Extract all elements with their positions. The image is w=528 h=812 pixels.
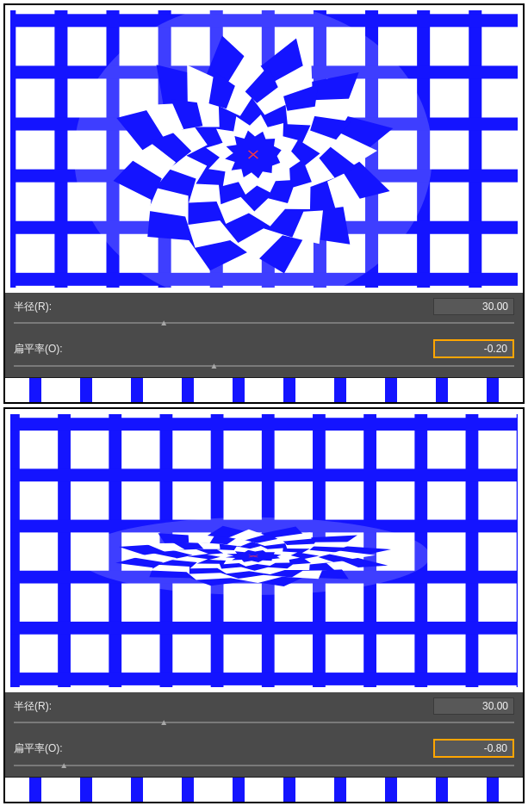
preview-canvas (10, 414, 518, 687)
effect-panel-0: 半径(R):▲扁平率(O):▲ (3, 3, 525, 404)
svg-rect-38 (10, 673, 518, 685)
radius-label: 半径(R): (14, 300, 74, 314)
svg-rect-32 (517, 414, 518, 687)
radius-slider-thumb[interactable]: ▲ (159, 718, 168, 727)
svg-rect-22 (10, 414, 20, 687)
svg-rect-2 (54, 10, 67, 288)
svg-rect-37 (10, 622, 518, 635)
oblate-slider[interactable]: ▲ (14, 362, 514, 370)
oblate-label: 扁平率(O): (14, 342, 74, 356)
svg-rect-23 (58, 414, 71, 687)
oblate-input[interactable] (433, 339, 514, 358)
oblate-slider[interactable]: ▲ (14, 761, 514, 770)
controls: 半径(R):▲扁平率(O):▲ (5, 293, 523, 377)
grid-strip (5, 777, 523, 802)
svg-rect-33 (10, 418, 518, 431)
controls: 半径(R):▲扁平率(O):▲ (5, 692, 523, 777)
radius-input[interactable] (433, 697, 514, 715)
effect-panel-1: 半径(R):▲扁平率(O):▲ (3, 407, 525, 803)
radius-input[interactable] (433, 298, 514, 315)
oblate-input[interactable] (433, 739, 514, 758)
svg-rect-34 (10, 468, 518, 481)
oblate-slider-thumb[interactable]: ▲ (59, 761, 68, 770)
radius-label: 半径(R): (14, 699, 74, 714)
radius-slider[interactable]: ▲ (14, 718, 514, 727)
radius-slider-thumb[interactable]: ▲ (159, 319, 168, 327)
preview-svg (10, 414, 518, 687)
svg-rect-1 (10, 10, 16, 288)
preview-svg (10, 10, 518, 288)
radius-slider[interactable]: ▲ (14, 319, 514, 327)
preview-canvas (10, 10, 518, 288)
svg-rect-10 (469, 10, 481, 288)
oblate-label: 扁平率(O): (14, 741, 74, 756)
grid-strip (5, 377, 523, 402)
oblate-slider-thumb[interactable]: ▲ (209, 362, 218, 370)
svg-rect-31 (466, 414, 479, 687)
